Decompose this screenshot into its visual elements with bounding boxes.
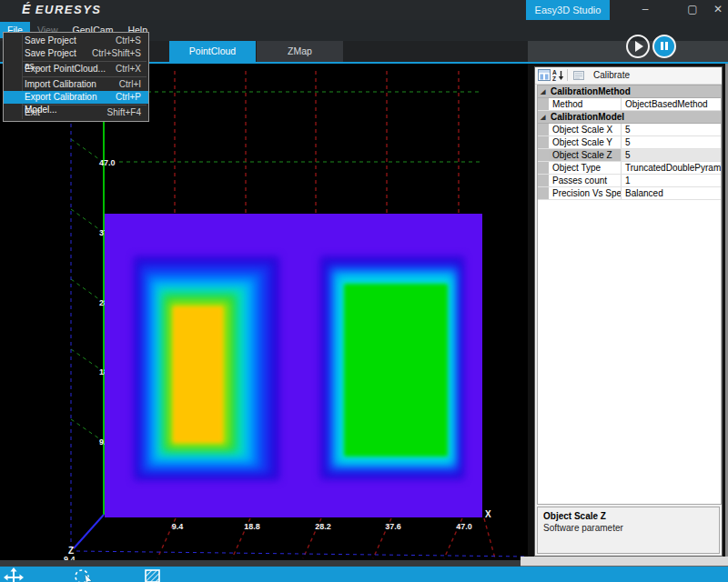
menu-item-label: Export PointCloud...	[25, 64, 106, 74]
property-value[interactable]: 5	[622, 124, 721, 135]
svg-text:A: A	[552, 69, 557, 75]
category-calibration-method[interactable]: ◢CalibrationMethod	[538, 85, 721, 98]
row-gutter	[538, 162, 549, 174]
row-gutter	[538, 187, 549, 199]
az-sort-icon[interactable]: A Z	[552, 69, 565, 82]
property-value[interactable]: TruncatedDoublePyramids	[622, 162, 721, 174]
property-name: Passes count	[549, 175, 622, 186]
shortcut-label: Ctrl+S	[116, 35, 141, 47]
tab-zmap[interactable]: ZMap	[256, 41, 343, 62]
menu-item-exit[interactable]: Shift+F4Exit	[4, 106, 148, 119]
rotate-icon[interactable]	[73, 567, 96, 582]
play-button[interactable]	[626, 35, 650, 58]
menu-item-save-project[interactable]: Ctrl+SSave Project	[4, 35, 148, 47]
property-value[interactable]: ObjectBasedMethod	[622, 98, 721, 110]
property-row-passes-count[interactable]: Passes count1	[538, 175, 721, 187]
shortcut-label: Ctrl+X	[116, 63, 141, 75]
menu-item-label: Exit	[25, 107, 40, 117]
property-name: Object Scale Z	[549, 149, 622, 161]
app-title-badge: Easy3D Studio	[526, 0, 610, 20]
category-label: CalibrationMethod	[551, 85, 631, 97]
property-row-object-type[interactable]: Object TypeTruncatedDoublePyramids	[538, 162, 721, 175]
shortcut-label: Ctrl+Shift+S	[92, 47, 141, 60]
property-pages-icon[interactable]	[572, 69, 585, 82]
pause-button[interactable]	[652, 35, 676, 58]
shortcut-label: Ctrl+P	[116, 91, 141, 104]
property-name: Object Type	[549, 162, 622, 174]
collapse-triangle-icon: ◢	[541, 85, 545, 97]
property-row-method[interactable]: MethodObjectBasedMethod	[538, 98, 721, 111]
left-truncated-pyramid	[134, 256, 279, 480]
description-text: Software parameter	[543, 523, 713, 533]
title-bar: ÉEURESYS Easy3D Studio – ▢ ✕	[0, 0, 728, 20]
row-gutter	[538, 124, 549, 135]
row-gutter	[538, 98, 549, 110]
property-value[interactable]: 1	[622, 175, 721, 186]
play-icon	[635, 41, 643, 52]
menu-item-save-project-as[interactable]: Ctrl+Shift+SSave Project as...	[4, 47, 148, 60]
svg-text:Z: Z	[552, 75, 556, 82]
property-value[interactable]: 5	[622, 136, 721, 148]
property-grid-toolbar: A Z Calibrate	[535, 67, 722, 85]
viewport-toolbar	[0, 567, 728, 582]
pan-icon[interactable]	[4, 567, 25, 582]
pause-icon	[661, 42, 663, 50]
pointcloud-object	[105, 214, 482, 517]
property-value[interactable]: Balanced	[622, 187, 721, 199]
property-grid: ◢CalibrationMethod MethodObjectBasedMeth…	[537, 85, 722, 505]
viewport-bottom-strip	[0, 560, 521, 567]
menu-item-export-pointcloud[interactable]: Ctrl+XExport PointCloud...	[4, 63, 148, 75]
property-row-precision-vs-speed[interactable]: Precision Vs SpeBalanced	[538, 187, 721, 200]
category-label: CalibrationModel	[551, 111, 624, 123]
property-name: Object Scale X	[549, 124, 622, 135]
panel-bottom-strip	[521, 557, 728, 567]
row-gutter	[538, 175, 549, 186]
shortcut-label: Shift+F4	[106, 106, 141, 119]
pause-icon-bar	[665, 42, 668, 50]
row-gutter	[538, 136, 549, 148]
menu-item-label: Save Project	[25, 35, 76, 45]
region-select-icon[interactable]	[144, 567, 164, 582]
property-name: Object Scale Y	[549, 136, 622, 148]
maximize-button[interactable]: ▢	[681, 0, 704, 20]
pointcloud-3d-viewport[interactable]: 47.0 37.6 28.2 18.8 9.4 #grid-svg2 text{…	[0, 64, 528, 562]
description-title: Object Scale Z	[543, 511, 713, 521]
property-name: Method	[549, 98, 622, 110]
row-gutter	[538, 149, 549, 161]
property-row-object-scale-z[interactable]: Object Scale Z5	[538, 149, 721, 162]
category-calibration-model[interactable]: ◢CalibrationModel	[538, 111, 721, 124]
property-name: Precision Vs Spe	[549, 187, 622, 199]
calibrate-button[interactable]: Calibrate	[593, 70, 630, 80]
file-dropdown-menu: Ctrl+SSave Project Ctrl+Shift+SSave Proj…	[3, 32, 149, 122]
toolbar-separator	[567, 69, 568, 81]
property-description-box: Object Scale Z Software parameter	[537, 507, 720, 554]
calibration-properties-panel: A Z Calibrate ◢CalibrationMethod MethodO…	[534, 66, 723, 557]
minimize-button[interactable]: –	[633, 0, 657, 20]
categorized-icon[interactable]	[538, 69, 551, 82]
property-row-object-scale-x[interactable]: Object Scale X5	[538, 124, 721, 136]
euresys-logo: ÉEURESYS	[22, 2, 101, 16]
shortcut-label: Ctrl+I	[119, 78, 141, 91]
collapse-triangle-icon: ◢	[541, 111, 545, 123]
tab-pointcloud[interactable]: PointCloud	[169, 41, 256, 62]
y-tick-47: 47.0	[99, 158, 116, 167]
logo-text: EURESYS	[35, 3, 102, 16]
logo-mark: É	[22, 2, 32, 16]
right-truncated-pyramid	[320, 256, 464, 479]
close-button[interactable]: ✕	[706, 0, 728, 20]
menu-separator	[23, 76, 147, 77]
property-value[interactable]: 5	[622, 149, 721, 161]
property-row-object-scale-y[interactable]: Object Scale Y5	[538, 136, 721, 149]
menu-item-import-calibration-model[interactable]: Ctrl+IImport Calibration Model...	[4, 78, 148, 91]
menu-item-export-calibration-model[interactable]: Ctrl+PExport Calibration Model...	[4, 91, 148, 104]
